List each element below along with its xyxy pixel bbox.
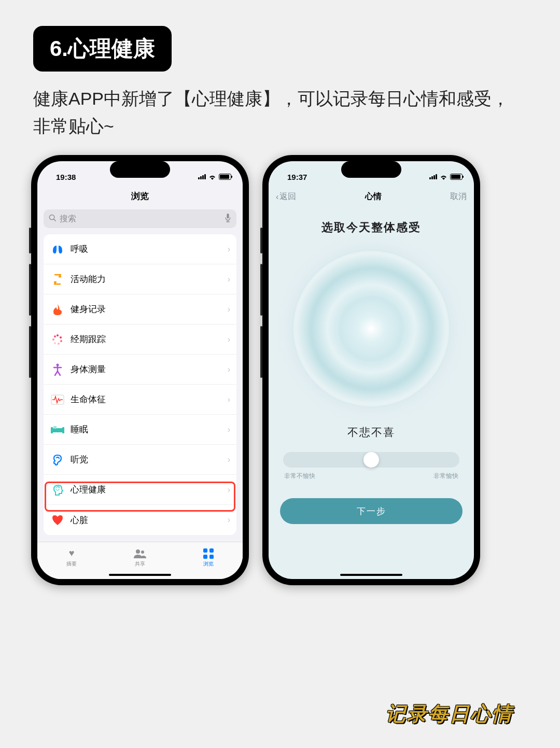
- chevron-icon: ›: [228, 245, 230, 254]
- row-label: 呼吸: [71, 243, 88, 255]
- wifi-icon: [208, 174, 216, 180]
- vitals-icon: [50, 392, 65, 407]
- row-label: 健身记录: [71, 303, 106, 315]
- battery-icon: [450, 174, 463, 180]
- mood-orb[interactable]: [293, 251, 449, 406]
- row-breathing[interactable]: 呼吸›: [44, 234, 236, 264]
- section-title: 6.心理健康: [33, 26, 172, 72]
- svg-rect-21: [209, 555, 214, 559]
- tab-sharing[interactable]: 共享: [133, 548, 147, 568]
- row-sleep[interactable]: 睡眠›: [44, 415, 236, 445]
- row-cycle[interactable]: 经期跟踪›: [44, 324, 236, 355]
- row-label: 活动能力: [71, 273, 106, 285]
- row-label: 心脏: [71, 514, 88, 526]
- svg-line-1: [54, 219, 55, 221]
- svg-rect-2: [227, 214, 229, 219]
- home-indicator: [340, 574, 402, 576]
- svg-rect-19: [209, 548, 214, 553]
- nav-title: 浏览: [37, 186, 243, 206]
- body-icon: [50, 362, 65, 377]
- mood-nav-title: 心情: [365, 191, 382, 202]
- home-indicator: [109, 574, 171, 576]
- svg-rect-12: [52, 428, 63, 432]
- tab-label: 摘要: [66, 560, 77, 568]
- mental-icon: [50, 482, 65, 498]
- grid-icon: [202, 548, 215, 559]
- heart-icon: ♥: [65, 548, 78, 559]
- svg-point-9: [54, 335, 56, 337]
- mood-nav-bar: ‹返回 心情 取消: [269, 186, 474, 207]
- mobility-icon: [50, 272, 65, 287]
- slider-knob[interactable]: [363, 452, 379, 468]
- flame-icon: [50, 302, 65, 317]
- row-heart[interactable]: 心脏›: [44, 505, 236, 535]
- svg-rect-13: [51, 427, 53, 433]
- dynamic-island: [110, 161, 170, 178]
- row-label: 经期跟踪: [71, 333, 106, 345]
- signal-icon: [198, 174, 206, 179]
- svg-point-3: [57, 334, 59, 336]
- left-phone-mock: 19:38 浏览 搜索 呼吸› 活动能力› 健身记录› 经期跟踪› 身体测量› …: [31, 155, 249, 585]
- mood-slider[interactable]: [283, 452, 459, 468]
- row tiny-label: 身体测量: [71, 363, 106, 375]
- status-time: 19:37: [287, 173, 307, 181]
- caption-text: 记录每日心情: [386, 701, 513, 727]
- right-phone-mock: 19:37 ‹返回 心情 取消 选取今天整体感受 不悲不喜 非常不愉快 非常愉快…: [262, 155, 480, 585]
- heart-icon: [50, 512, 65, 528]
- tab-label: 浏览: [203, 560, 214, 568]
- row-label: 睡眠: [71, 424, 88, 435]
- hearing-icon: [50, 452, 65, 468]
- cancel-button[interactable]: 取消: [450, 191, 467, 202]
- row-label: 听觉: [71, 454, 88, 465]
- tab-summary[interactable]: ♥摘要: [65, 548, 78, 568]
- svg-point-17: [141, 551, 144, 554]
- cycle-icon: [50, 332, 65, 347]
- search-input[interactable]: 搜索: [44, 209, 236, 228]
- chevron-icon: ›: [228, 515, 230, 525]
- lungs-icon: [50, 242, 65, 257]
- chevron-icon: ›: [228, 305, 230, 314]
- feature-description: 健康APP中新增了【心理健康】，可以记录每日心情和感受，非常贴心~: [33, 85, 527, 139]
- svg-point-5: [60, 340, 62, 342]
- row-mobility[interactable]: 活动能力›: [44, 264, 236, 294]
- search-placeholder: 搜索: [60, 214, 76, 224]
- row-fitness[interactable]: 健身记录›: [44, 294, 236, 324]
- chevron-icon: ›: [228, 485, 230, 495]
- chevron-icon: ›: [228, 335, 230, 344]
- row-vitals[interactable]: 生命体征›: [44, 385, 236, 415]
- svg-point-4: [60, 336, 62, 338]
- search-icon: [49, 214, 57, 224]
- mic-icon[interactable]: [225, 214, 231, 224]
- sleep-icon: [50, 422, 65, 437]
- back-label: 返回: [279, 191, 296, 202]
- chevron-icon: ›: [228, 455, 230, 464]
- svg-rect-14: [62, 427, 64, 433]
- dynamic-island: [341, 161, 401, 178]
- row-label: 心理健康: [71, 484, 106, 496]
- mood-level-label: 不悲不喜: [269, 425, 474, 440]
- chevron-icon: ›: [228, 275, 230, 284]
- tab-label: 共享: [135, 560, 145, 568]
- row-body[interactable]: 身体测量›: [44, 355, 236, 385]
- next-button[interactable]: 下一步: [280, 498, 463, 524]
- svg-point-16: [136, 549, 140, 554]
- tab-browse[interactable]: 浏览: [202, 548, 215, 568]
- svg-point-8: [52, 338, 54, 341]
- row-label: 生命体征: [71, 393, 106, 405]
- signal-icon: [429, 174, 437, 179]
- svg-rect-20: [203, 555, 207, 559]
- back-button[interactable]: ‹返回: [276, 191, 296, 202]
- chevron-icon: ›: [228, 395, 230, 404]
- slider-max-label: 非常愉快: [433, 472, 458, 481]
- battery-icon: [219, 174, 231, 180]
- chevron-left-icon: ‹: [276, 192, 278, 202]
- slider-min-label: 非常不愉快: [284, 472, 315, 481]
- svg-point-7: [54, 342, 56, 344]
- row-hearing[interactable]: 听觉›: [44, 445, 236, 475]
- mood-heading: 选取今天整体感受: [269, 220, 474, 235]
- svg-point-6: [58, 343, 60, 345]
- chevron-icon: ›: [228, 425, 230, 434]
- row-mental-health[interactable]: 心理健康›: [44, 475, 236, 505]
- people-icon: [133, 548, 147, 559]
- chevron-icon: ›: [228, 365, 230, 374]
